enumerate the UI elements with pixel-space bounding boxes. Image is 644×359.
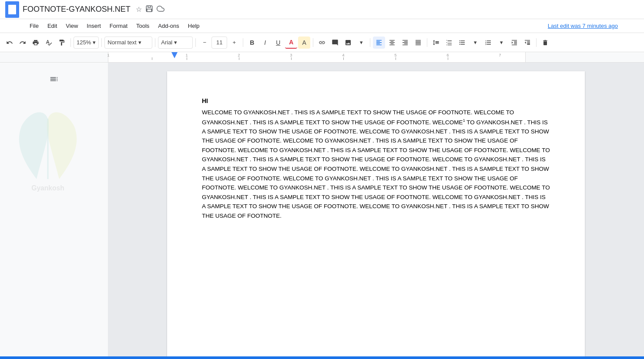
font-size-plus-button[interactable]: + [228,37,240,49]
paint-format-button[interactable] [56,37,68,49]
ruler-inner: 1 1 2 3 4 5 6 7 [108,52,526,62]
menu-addons[interactable]: Add-ons [154,21,182,31]
toolbar: 125% ▾ Normal text ▾ Arial ▾ − 11 + B I … [0,33,644,52]
zoom-value: 125% [77,39,91,46]
comment-button[interactable] [329,37,341,49]
doc-icon [5,1,19,18]
zoom-arrow: ▾ [93,39,96,46]
highlight-button[interactable]: A [298,37,310,49]
align-right-button[interactable] [399,37,411,49]
page: HI WELCOME TO GYANKOSH.NET . THIS IS A S… [167,71,585,359]
spellcheck-button[interactable] [43,37,55,49]
title-bar: FOOTNOTE-GYANKOSH.NET ☆ [0,0,644,19]
bold-button[interactable]: B [246,37,258,49]
menu-insert[interactable]: Insert [83,21,104,31]
svg-text:Gyankosh: Gyankosh [31,184,64,192]
sep6 [313,38,313,47]
underline-button[interactable]: U [272,37,284,49]
bottom-bar [0,356,644,359]
ruler-marker[interactable] [171,52,178,58]
align-center-button[interactable] [386,37,398,49]
outdent-button[interactable] [521,37,533,49]
indent-button[interactable] [508,37,520,49]
menu-edit[interactable]: Edit [44,21,60,31]
font-size-minus-button[interactable]: − [198,37,211,49]
clear-format-button[interactable] [539,37,551,49]
menu-tools[interactable]: Tools [133,21,153,31]
sep7 [370,38,370,47]
main-area: Gyankosh HI WELCOME TO GYANKOSH.NET . TH… [0,63,644,359]
link-button[interactable] [316,37,328,49]
bullet-list-button[interactable] [456,37,468,49]
line-spacing-button[interactable] [430,37,442,49]
numbered-list-button[interactable] [482,37,494,49]
image-button[interactable] [342,37,354,49]
sep9 [536,38,537,47]
text-style-arrow: ▾ [138,39,141,46]
bullet-list-arrow-button[interactable]: ▾ [469,37,481,49]
menu-help[interactable]: Help [184,21,203,31]
text-style-value: Normal text [107,39,136,46]
doc-area[interactable]: HI WELCOME TO GYANKOSH.NET . THIS IS A S… [108,63,644,359]
sep3 [155,38,155,47]
text-color-button[interactable]: A [285,37,297,49]
sep1 [70,38,71,47]
zoom-dropdown[interactable]: 125% ▾ [74,37,99,49]
align-justify-button[interactable] [412,37,424,49]
checklist-button[interactable] [443,37,455,49]
menu-view[interactable]: View [62,21,81,31]
font-size-value: 11 [216,39,222,46]
watermark: Gyankosh [0,89,109,202]
align-left-button[interactable] [373,37,385,49]
font-value: Arial [161,39,172,46]
sep5 [243,38,243,47]
left-panel: Gyankosh [0,63,108,359]
font-dropdown[interactable]: Arial ▾ [158,37,193,49]
numbered-list-arrow-button[interactable]: ▾ [495,37,507,49]
undo-button[interactable] [3,37,16,49]
menu-file[interactable]: File [26,21,42,31]
redo-button[interactable] [17,37,29,49]
text-style-dropdown[interactable]: Normal text ▾ [104,37,152,49]
sep2 [101,38,102,47]
image-arrow-button[interactable]: ▾ [355,37,367,49]
doc-body: WELCOME TO GYANKOSH.NET . THIS IS A SAMP… [202,108,550,221]
ruler: 1 1 2 3 4 5 6 7 [0,52,644,63]
print-button[interactable] [30,37,42,49]
toc-icon[interactable] [46,71,62,87]
star-icon[interactable]: ☆ [136,5,142,13]
menu-bar: File Edit View Insert Format Tools Add-o… [0,19,644,33]
font-arrow: ▾ [174,39,177,46]
save-icon[interactable] [145,5,153,14]
cloud-icon[interactable] [157,5,164,14]
italic-button[interactable]: I [259,37,271,49]
sep8 [427,38,427,47]
title-icons: ☆ [136,5,164,14]
doc-title: HI [202,97,550,104]
font-size-input[interactable]: 11 [211,37,227,49]
sep4 [195,38,196,47]
last-edit-label: Last edit was 7 minutes ago [548,23,618,29]
menu-format[interactable]: Format [106,21,131,31]
document-title: FOOTNOTE-GYANKOSH.NET [23,5,131,14]
